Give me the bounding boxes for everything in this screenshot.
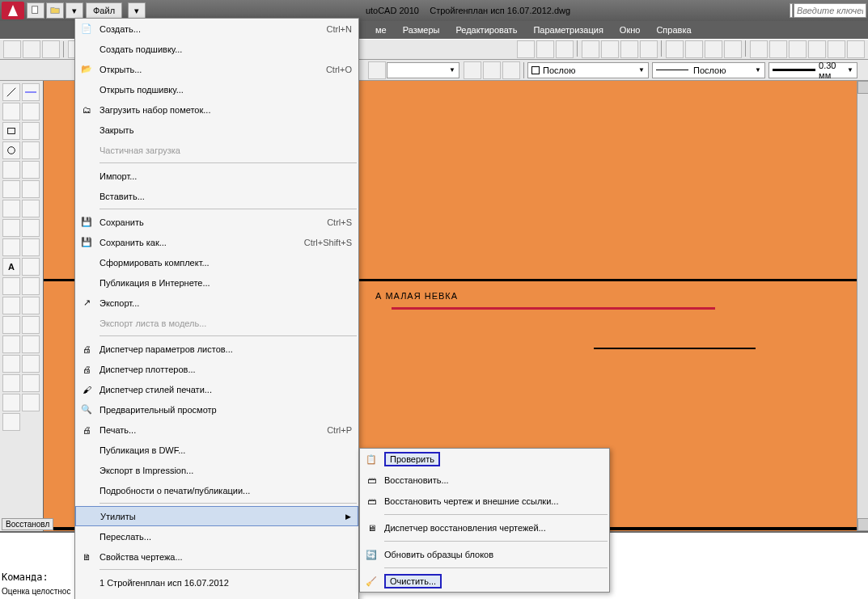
menu-plot-style[interactable]: 🖌Диспетчер стилей печати... xyxy=(75,379,358,399)
menu-load-markup[interactable]: 🗂Загрузить набор пометок... xyxy=(75,99,358,120)
search-toggle[interactable] xyxy=(790,3,793,18)
menu-dim[interactable]: Размеры xyxy=(395,23,448,37)
search-input[interactable] xyxy=(794,3,866,18)
tool-zoomw-icon[interactable] xyxy=(705,40,722,58)
lw-value-combo[interactable]: 0.30 мм▼ xyxy=(768,62,857,78)
tool-pan-icon[interactable] xyxy=(666,40,684,58)
lineweight-combo[interactable]: Послою▼ xyxy=(652,62,765,78)
tool-match-icon[interactable] xyxy=(582,40,599,58)
draw-ellipse-icon[interactable] xyxy=(22,161,40,179)
tool-open-icon[interactable] xyxy=(23,40,40,58)
tool-layermgr-icon[interactable] xyxy=(464,61,481,79)
tool-markup-icon[interactable] xyxy=(828,40,845,58)
tool-layer-icon[interactable] xyxy=(368,61,386,79)
modify-join-icon[interactable] xyxy=(22,374,40,392)
modify-fillet-icon[interactable] xyxy=(22,394,40,411)
menu-window[interactable]: Окно xyxy=(612,23,649,37)
draw-mtext-icon[interactable]: A xyxy=(2,258,20,276)
modify-break-icon[interactable] xyxy=(2,374,20,392)
modify-extend-icon[interactable] xyxy=(22,355,40,373)
draw-gradient-icon[interactable] xyxy=(22,219,40,237)
tool-cut-icon[interactable] xyxy=(517,40,535,58)
menu-send[interactable]: Переслать... xyxy=(75,526,358,546)
draw-circle-icon[interactable] xyxy=(2,141,20,159)
qat-dropdown2-icon[interactable]: ▾ xyxy=(128,2,146,19)
modify-move-icon[interactable] xyxy=(2,316,20,334)
menu-open-sheet[interactable]: Открыть подшивку... xyxy=(75,79,358,99)
tool-toolpal-icon[interactable] xyxy=(789,40,807,58)
menu-param[interactable]: Параметризация xyxy=(525,23,611,37)
sub-recover[interactable]: 🗃Восстановить... xyxy=(360,470,609,491)
menu-edit[interactable]: Редактировать xyxy=(447,23,525,37)
modify-array-icon[interactable] xyxy=(22,297,40,314)
tool-zoom-icon[interactable] xyxy=(685,40,703,58)
draw-line-icon[interactable] xyxy=(2,83,20,101)
file-tab[interactable]: Файл xyxy=(86,2,122,19)
menu-export[interactable]: ↗Экспорт... xyxy=(75,293,358,313)
modify-chamfer-icon[interactable] xyxy=(2,394,20,411)
sub-purge[interactable]: 🧹Очистить... xyxy=(360,571,609,592)
menu-dwf[interactable]: Публикация в DWF... xyxy=(75,440,358,460)
draw-hatch-icon[interactable] xyxy=(2,219,20,237)
tool-layeriso-icon[interactable] xyxy=(502,61,520,79)
draw-arc-icon[interactable] xyxy=(22,122,40,140)
draw-rect-icon[interactable] xyxy=(2,122,20,140)
tool-redo-icon[interactable] xyxy=(640,40,658,58)
draw-table-icon[interactable] xyxy=(22,238,40,256)
draw-spline-icon[interactable] xyxy=(2,161,20,179)
draw-insert-icon[interactable] xyxy=(22,180,40,198)
tool-designcenter-icon[interactable] xyxy=(769,40,787,58)
tool-copy-icon[interactable] xyxy=(536,40,554,58)
tool-undo-icon[interactable] xyxy=(620,40,638,58)
linetype-combo[interactable]: Послою▼ xyxy=(527,62,649,78)
menu-pub-details[interactable]: Подробности о печати/публикации... xyxy=(75,480,358,500)
tool-props-icon[interactable] xyxy=(750,40,768,58)
sub-recover-xref[interactable]: 🗃Восстановить чертеж и внешние ссылки... xyxy=(360,491,609,512)
tool-sheet-icon[interactable] xyxy=(808,40,826,58)
vertical-scrollbar[interactable] xyxy=(857,81,868,531)
draw-polygon-icon[interactable] xyxy=(22,103,40,120)
modify-offset-icon[interactable] xyxy=(2,297,20,314)
tool-save-icon[interactable] xyxy=(42,40,60,58)
modify-trim-icon[interactable] xyxy=(2,355,20,373)
app-logo-icon[interactable] xyxy=(2,2,24,19)
menu-page-setup[interactable]: 🖨Диспетчер параметров листов... xyxy=(75,339,358,359)
tool-new-icon[interactable] xyxy=(3,40,21,58)
menu-me[interactable]: ме xyxy=(367,23,395,37)
modify-copy-icon[interactable] xyxy=(2,277,20,295)
menu-insert[interactable]: Вставить... xyxy=(75,186,358,206)
command-prompt[interactable]: Команда: xyxy=(2,572,49,583)
modify-stretch-icon[interactable] xyxy=(22,335,40,353)
sub-check[interactable]: 📋Проверить xyxy=(360,449,609,470)
menu-close[interactable]: Закрыть xyxy=(75,120,358,140)
draw-xline-icon[interactable] xyxy=(22,83,40,101)
menu-open[interactable]: 📂Открыть...Ctrl+O xyxy=(75,59,358,79)
menu-import[interactable]: Импорт... xyxy=(75,166,358,186)
modify-mirror-icon[interactable] xyxy=(22,277,40,295)
draw-point-icon[interactable] xyxy=(22,200,40,217)
modify-erase-icon[interactable] xyxy=(22,258,40,276)
menu-webpub[interactable]: Публикация в Интернете... xyxy=(75,272,358,293)
modify-scale-icon[interactable] xyxy=(2,335,20,353)
menu-utilities[interactable]: Утилиты▶ xyxy=(75,506,358,526)
menu-etransmit[interactable]: Сформировать комплект... xyxy=(75,252,358,272)
menu-new-sheet[interactable]: Создать подшивку... xyxy=(75,39,358,59)
draw-ellarc-icon[interactable] xyxy=(2,180,20,198)
tool-layerstate-icon[interactable] xyxy=(483,61,501,79)
tool-zoomp-icon[interactable] xyxy=(724,40,742,58)
draw-revcloud-icon[interactable] xyxy=(22,141,40,159)
menu-help[interactable]: Справка xyxy=(648,23,699,37)
qat-dropdown-icon[interactable]: ▾ xyxy=(66,2,83,19)
draw-pline-icon[interactable] xyxy=(2,103,20,120)
sub-recovery-mgr[interactable]: 🖥Диспетчер восстановления чертежей... xyxy=(360,517,609,538)
menu-recent-1[interactable]: 1 Стройгенплан исп 16.07.2012 xyxy=(75,572,358,593)
menu-recent-2[interactable]: 2 л.1_ситуационный_04.19 xyxy=(75,593,358,599)
qat-new-icon[interactable] xyxy=(27,2,44,19)
tool-block-icon[interactable] xyxy=(601,40,619,58)
menu-preview[interactable]: 🔍Предварительный просмотр xyxy=(75,399,358,420)
modify-explode-icon[interactable] xyxy=(2,413,20,431)
menu-impression[interactable]: Экспорт в Impression... xyxy=(75,460,358,480)
color-combo[interactable]: ▼ xyxy=(387,62,459,78)
menu-props[interactable]: 🗎Свойства чертежа... xyxy=(75,546,358,567)
modify-rotate-icon[interactable] xyxy=(22,316,40,334)
